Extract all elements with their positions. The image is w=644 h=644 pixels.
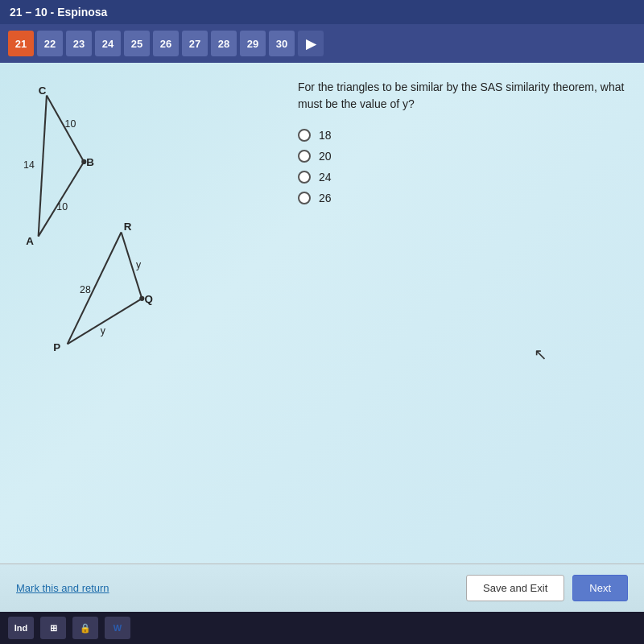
option-24-label: 24 (319, 171, 332, 184)
triangle-diagram: C B A 10 14 10 R Q P y 28 y (16, 79, 193, 361)
svg-text:B: B (86, 156, 94, 168)
option-20-label: 20 (319, 150, 332, 163)
svg-text:P: P (53, 341, 60, 353)
question-panel: For the triangles to be similar by the S… (290, 63, 644, 564)
svg-text:A: A (26, 235, 34, 247)
answer-options: 18 20 24 26 (298, 129, 628, 204)
nav-next-arrow[interactable]: ▶ (298, 31, 324, 56)
nav-btn-23[interactable]: 23 (66, 31, 92, 56)
option-20[interactable]: 20 (298, 150, 628, 163)
svg-line-2 (39, 162, 85, 237)
taskbar-windows[interactable]: ⊞ (40, 617, 66, 639)
svg-text:14: 14 (23, 159, 35, 171)
bottom-bar: Mark this and return Save and Exit Next (0, 564, 644, 612)
radio-18[interactable] (298, 129, 311, 142)
svg-text:R: R (124, 221, 132, 233)
title-bar: 21 – 10 - Espinosa (0, 0, 644, 24)
svg-text:y: y (136, 259, 142, 270)
svg-text:Q: Q (144, 293, 152, 305)
taskbar-word[interactable]: W (105, 617, 130, 639)
svg-text:10: 10 (56, 201, 68, 213)
question-nav-bar: 21 22 23 24 25 26 27 28 29 30 ▶ (0, 24, 644, 63)
bottom-buttons: Save and Exit Next (466, 575, 628, 601)
next-button[interactable]: Next (572, 575, 628, 601)
mark-return-link[interactable]: Mark this and return (16, 582, 109, 594)
main-content: C B A 10 14 10 R Q P y 28 y (0, 63, 644, 564)
taskbar-ind[interactable]: Ind (8, 617, 34, 639)
option-18-label: 18 (319, 129, 332, 142)
svg-point-9 (81, 159, 86, 164)
taskbar: Ind ⊞ 🔒 W (0, 612, 644, 644)
nav-btn-27[interactable]: 27 (182, 31, 208, 56)
nav-btn-28[interactable]: 28 (211, 31, 237, 56)
svg-text:C: C (39, 85, 47, 97)
taskbar-lock[interactable]: 🔒 (72, 617, 98, 639)
svg-line-1 (39, 96, 47, 237)
option-26[interactable]: 26 (298, 192, 628, 204)
svg-text:10: 10 (65, 118, 76, 130)
svg-text:y: y (101, 325, 106, 336)
save-exit-button[interactable]: Save and Exit (466, 575, 564, 601)
option-26-label: 26 (319, 192, 332, 204)
nav-btn-24[interactable]: 24 (95, 31, 121, 56)
nav-btn-22[interactable]: 22 (37, 31, 63, 56)
svg-point-19 (139, 296, 144, 301)
nav-btn-25[interactable]: 25 (124, 31, 150, 56)
nav-btn-29[interactable]: 29 (240, 31, 266, 56)
svg-text:28: 28 (80, 284, 91, 295)
radio-26[interactable] (298, 192, 311, 204)
nav-btn-21[interactable]: 21 (8, 31, 34, 56)
diagram-panel: C B A 10 14 10 R Q P y 28 y (0, 63, 290, 564)
option-18[interactable]: 18 (298, 129, 628, 142)
radio-24[interactable] (298, 171, 311, 184)
radio-20[interactable] (298, 150, 311, 163)
nav-btn-26[interactable]: 26 (153, 31, 179, 56)
option-24[interactable]: 24 (298, 171, 628, 184)
title-text: 21 – 10 - Espinosa (10, 6, 107, 19)
nav-btn-30[interactable]: 30 (269, 31, 295, 56)
question-text: For the triangles to be similar by the S… (298, 79, 628, 113)
